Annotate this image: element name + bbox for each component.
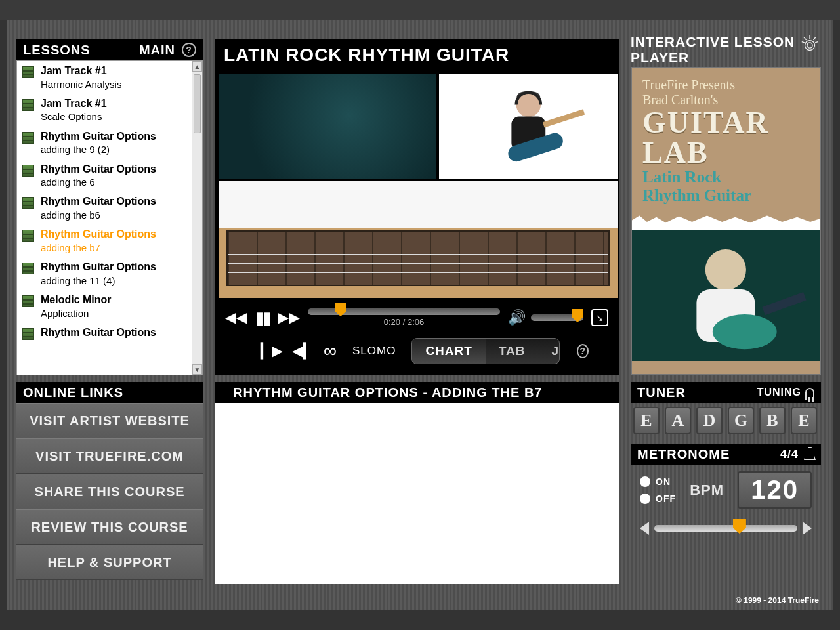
tuner-note[interactable]: G — [728, 407, 754, 434]
film-icon — [22, 165, 34, 177]
radio-on-icon[interactable] — [640, 476, 650, 487]
online-link[interactable]: HELP & SUPPORT — [16, 545, 203, 580]
svg-line-10 — [802, 42, 805, 43]
lesson-title: Rhythm Guitar Options — [41, 326, 188, 340]
tab-tab[interactable]: TAB — [486, 339, 539, 364]
video-title: LATIN ROCK RHYTHM GUITAR — [215, 39, 619, 71]
lesson-item[interactable]: Rhythm Guitar Optionsadding the 11 (4) — [17, 257, 192, 290]
video-pane-fretboard — [219, 181, 618, 298]
volume-bar[interactable] — [531, 314, 583, 321]
film-icon — [22, 328, 34, 340]
tuner-note[interactable]: E — [791, 407, 817, 434]
tab-jam[interactable]: JAM — [539, 339, 560, 364]
svg-line-11 — [815, 42, 818, 43]
seek-bar[interactable] — [308, 308, 500, 315]
slomo-button[interactable]: SLOMO — [352, 345, 396, 358]
online-link[interactable]: SHARE THIS COURSE — [16, 474, 203, 509]
scroll-down-icon[interactable]: ▼ — [192, 364, 202, 375]
tuner-note[interactable]: B — [759, 407, 786, 434]
lesson-subtitle: Scale Options — [41, 110, 188, 123]
lesson-item[interactable]: Jam Track #1Harmonic Analysis — [17, 61, 192, 94]
svg-point-12 — [705, 249, 746, 290]
tuning-label[interactable]: TUNING — [757, 387, 801, 398]
bpm-slider[interactable] — [654, 525, 797, 532]
film-icon — [22, 132, 34, 144]
lessons-scrollbar[interactable]: ▲ ▼ — [192, 61, 202, 375]
online-link[interactable]: VISIT TRUEFIRE.COM — [16, 438, 203, 474]
rewind-button[interactable]: ◀◀ — [225, 309, 247, 326]
scroll-up-icon[interactable]: ▲ — [192, 61, 202, 72]
main-label[interactable]: MAIN — [139, 43, 175, 58]
seek-knob[interactable] — [335, 303, 346, 316]
tuner-note[interactable]: A — [665, 407, 691, 434]
film-icon — [22, 99, 34, 111]
lesson-title: Jam Track #1 — [41, 96, 188, 111]
svg-point-5 — [807, 43, 812, 48]
lesson-item[interactable]: Melodic MinorApplication — [17, 290, 192, 323]
promo-big2: LAB — [642, 138, 809, 168]
logo-spiral-icon — [799, 29, 821, 59]
lesson-title: Jam Track #1 — [41, 64, 188, 78]
lesson-item[interactable]: Rhythm Guitar Optionsadding the 6 — [17, 159, 192, 192]
online-link[interactable]: REVIEW THIS COURSE — [16, 509, 203, 545]
chart-body — [215, 403, 619, 584]
loop-icon[interactable]: ∞ — [324, 341, 337, 362]
tuner-note[interactable]: D — [696, 407, 723, 434]
bpm-increase-button[interactable] — [803, 522, 812, 535]
links-header: ONLINE LINKS — [16, 382, 203, 403]
promo-big1: GUITAR — [642, 108, 809, 138]
bpm-value[interactable]: 120 — [738, 471, 812, 509]
time-display: 0:20 / 2:06 — [384, 317, 424, 327]
lessons-list: Jam Track #1Harmonic AnalysisJam Track #… — [16, 60, 203, 375]
pause-button[interactable]: ▮▮ — [255, 308, 270, 328]
video-help-icon[interactable]: ? — [577, 344, 589, 358]
video-pane-person — [439, 74, 618, 178]
metronome-off[interactable]: OFF — [640, 494, 676, 504]
lessons-header: LESSONS — [23, 43, 91, 58]
lesson-subtitle: adding the b7 — [41, 242, 188, 255]
lesson-item[interactable]: Rhythm Guitar Optionsadding the b6 — [17, 192, 192, 224]
lesson-item[interactable]: Rhythm Guitar Optionsadding the b7 — [17, 224, 192, 257]
lesson-item[interactable]: Rhythm Guitar Optionsadding the 9 (2) — [17, 127, 192, 159]
bpm-knob[interactable] — [733, 519, 746, 534]
help-icon[interactable]: ? — [182, 43, 196, 57]
player-title: INTERACTIVE LESSON PLAYER — [631, 34, 799, 66]
lesson-item[interactable]: Jam Track #1Scale Options — [17, 94, 192, 127]
svg-point-6 — [805, 41, 815, 51]
lesson-subtitle: adding the 9 (2) — [41, 143, 188, 156]
tuning-fork-icon[interactable] — [805, 388, 814, 400]
svg-point-14 — [713, 314, 777, 349]
metronome-header: METRONOME — [637, 447, 730, 462]
fullscreen-button[interactable] — [591, 309, 608, 326]
lesson-subtitle: Application — [41, 307, 188, 320]
volume-knob[interactable] — [572, 309, 583, 322]
promo-line1: TrueFire Presents — [642, 77, 809, 93]
lesson-subtitle: adding the 11 (4) — [41, 274, 188, 287]
bpm-label: BPM — [690, 482, 724, 499]
film-icon — [22, 262, 34, 274]
metronome-on[interactable]: ON — [640, 476, 676, 487]
tuner-header: TUNER — [637, 385, 686, 400]
lesson-item[interactable]: Rhythm Guitar Options — [17, 323, 192, 343]
bpm-decrease-button[interactable] — [640, 522, 649, 535]
film-icon — [22, 295, 34, 307]
lesson-title: Rhythm Guitar Options — [41, 260, 188, 274]
metronome-icon — [803, 448, 814, 460]
forward-button[interactable]: ▶▶ — [278, 309, 300, 326]
loop-start-icon[interactable]: ▎▶ — [261, 343, 283, 360]
tuner-note[interactable]: E — [633, 407, 660, 434]
film-icon — [22, 197, 34, 209]
copyright: © 1999 - 2014 TrueFire — [736, 596, 819, 605]
radio-off-icon[interactable] — [640, 494, 650, 504]
video-pane-closeup — [219, 74, 436, 178]
lesson-title: Rhythm Guitar Options — [41, 129, 188, 144]
timesig[interactable]: 4/4 — [780, 448, 799, 461]
tab-chart[interactable]: CHART — [412, 339, 486, 364]
scroll-thumb[interactable] — [194, 74, 201, 133]
online-link[interactable]: VISIT ARTIST WEBSITE — [16, 403, 203, 438]
svg-line-9 — [813, 37, 815, 40]
promo-sub2: Rhythm Guitar — [642, 186, 809, 205]
volume-icon[interactable]: 🔊 — [508, 309, 526, 326]
promo-sub1: Latin Rock — [642, 168, 809, 186]
loop-end-icon[interactable]: ◀▎ — [292, 343, 314, 360]
